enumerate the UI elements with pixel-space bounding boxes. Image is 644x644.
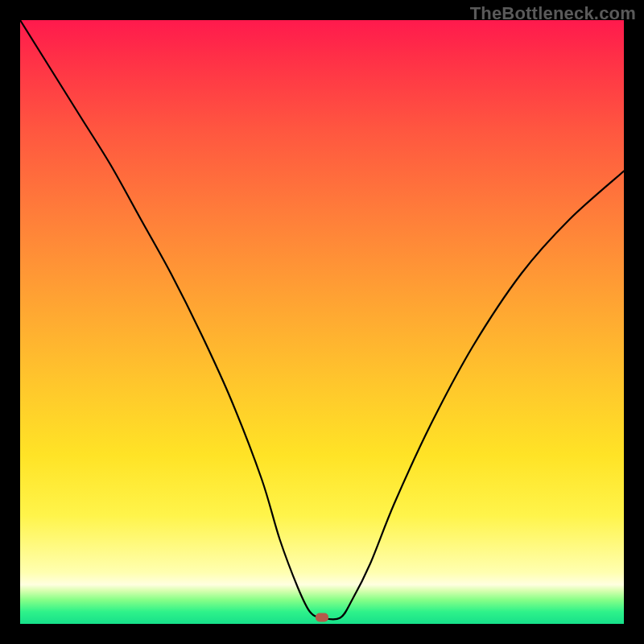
- plot-area: [20, 20, 624, 624]
- bottleneck-curve: [20, 20, 624, 624]
- chart-frame: TheBottleneck.com: [0, 0, 644, 644]
- optimum-marker: [316, 613, 328, 622]
